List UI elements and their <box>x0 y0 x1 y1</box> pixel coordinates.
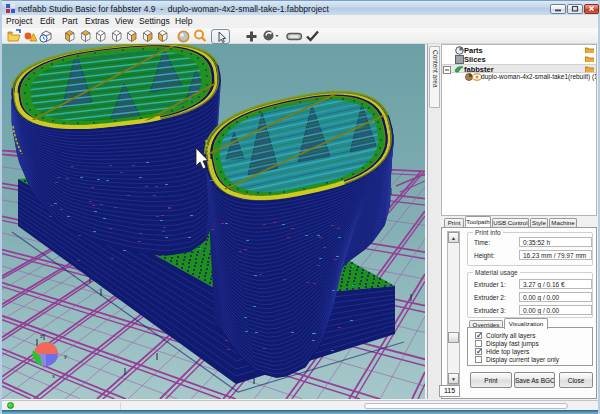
svg-text:z: z <box>40 333 43 339</box>
svg-text:y: y <box>64 353 67 359</box>
svg-text:x: x <box>52 373 55 379</box>
